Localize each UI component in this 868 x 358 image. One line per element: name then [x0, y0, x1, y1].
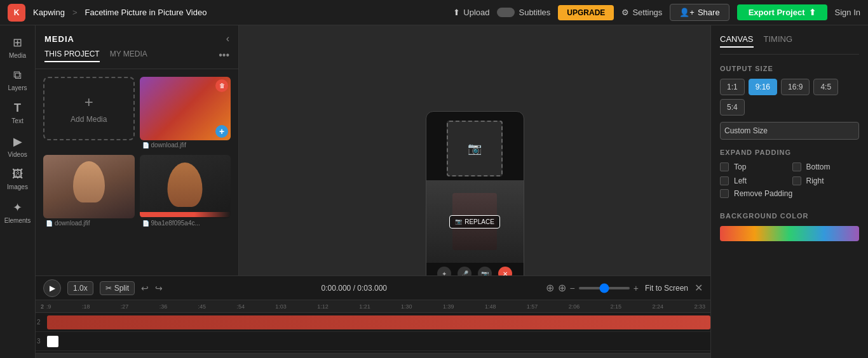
bottom-label: Bottom	[806, 162, 831, 171]
split-button[interactable]: ✂ Split	[100, 281, 135, 295]
size-1-1[interactable]: 1:1	[720, 79, 745, 95]
file-icon-1: 📄	[142, 142, 149, 149]
sidebar-item-label: Images	[7, 183, 28, 190]
add-media-card[interactable]: + Add Media	[43, 77, 135, 140]
zoom-slider[interactable]	[579, 287, 630, 289]
tab-canvas[interactable]: CANVAS	[720, 34, 754, 48]
undo-button[interactable]: ↩	[141, 283, 149, 293]
time-display: 0:00.000 / 0:03.000	[169, 284, 539, 293]
media-more-options[interactable]: •••	[219, 50, 229, 62]
media-card-label-3: 📄 9ba1e8f095a4c...	[140, 218, 231, 228]
white-clip[interactable]	[47, 336, 58, 347]
color-picker-bar[interactable]	[720, 226, 859, 241]
media-item-1: 🗑 + 📄 download.jfif	[140, 77, 231, 150]
settings-button[interactable]: ⚙ Settings	[621, 8, 662, 17]
export-icon: ⬆	[809, 8, 816, 17]
camera-replace-icon: 📷	[455, 218, 462, 225]
left-label: Left	[734, 176, 747, 185]
main-clip[interactable]	[47, 315, 710, 329]
speed-button[interactable]: 1.0x	[67, 281, 93, 295]
video-icon: ▶	[13, 135, 22, 149]
play-icon: ▶	[50, 284, 55, 293]
drag-icon: ⊕	[558, 282, 566, 294]
project-name[interactable]: Facetime Picture in Picture Video	[85, 8, 207, 17]
sidebar-item-layers[interactable]: ⧉ Layers	[0, 63, 36, 96]
zoom-controls: ⊕ ⊕ − +	[546, 282, 639, 294]
tab-my-media[interactable]: MY MEDIA	[110, 50, 147, 62]
media-item-3: 📄 9ba1e8f095a4c...	[140, 155, 231, 228]
size-16-9[interactable]: 16:9	[781, 79, 810, 95]
track-row-4: 4	[36, 351, 710, 353]
media-card-1[interactable]: 🗑 +	[140, 77, 231, 140]
sidebar-item-label: Elements	[4, 217, 31, 224]
topbar: K Kapwing > Facetime Picture in Picture …	[0, 0, 868, 25]
expand-padding-label: EXPAND PADDING	[720, 149, 859, 156]
subtitles-toggle[interactable]: Subtitles	[497, 8, 550, 17]
media-tabs: THIS PROJECT MY MEDIA •••	[36, 50, 238, 69]
share-icon: 👤+	[679, 8, 695, 17]
sidebar-item-media[interactable]: ⊞ Media	[0, 30, 36, 63]
file-icon-3: 📄	[142, 220, 149, 227]
upload-button[interactable]: ⬆ Upload	[453, 8, 489, 17]
sidebar-item-label: Media	[9, 52, 26, 59]
remove-padding-label: Remove Padding	[734, 189, 792, 198]
export-button[interactable]: Export Project ⬆	[737, 4, 827, 20]
redo-button[interactable]: ↪	[155, 283, 163, 293]
track-number-3: 3	[37, 338, 47, 345]
media-card-3[interactable]	[140, 155, 231, 218]
left-checkbox[interactable]	[720, 176, 729, 185]
fit-to-screen-button[interactable]: Fit to Screen	[645, 284, 688, 293]
size-9-16[interactable]: 9:16	[749, 79, 777, 95]
bottom-checkbox[interactable]	[792, 162, 801, 171]
padding-right-row: Right	[792, 176, 860, 185]
tab-this-project[interactable]: THIS PROJECT	[44, 50, 100, 62]
custom-size-button[interactable]: Custom Size	[720, 122, 859, 140]
padding-bottom-row: Bottom	[792, 162, 860, 171]
media-panel-close[interactable]: ‹	[226, 33, 229, 44]
padding-options-grid: Top Bottom Left Right	[720, 162, 859, 185]
play-button[interactable]: ▶	[43, 279, 61, 297]
right-checkbox[interactable]	[792, 176, 801, 185]
layers-icon: ⧉	[13, 69, 22, 82]
share-button[interactable]: 👤+ Share	[670, 4, 729, 21]
timeline-area: ▶ 1.0x ✂ Split ↩ ↪ 0:00.000 / 0:03.000 ⊕…	[36, 275, 710, 358]
remove-padding-checkbox[interactable]	[720, 189, 729, 198]
split-icon: ✂	[105, 284, 112, 293]
subtitles-switch[interactable]	[497, 8, 515, 17]
add-media-1[interactable]: +	[215, 125, 228, 138]
track-content-2[interactable]	[47, 315, 710, 329]
size-4-5[interactable]: 4:5	[813, 79, 838, 95]
tab-timing[interactable]: TIMING	[764, 34, 793, 48]
ruler-start: 2	[41, 303, 44, 310]
close-timeline-button[interactable]: ✕	[695, 282, 703, 294]
brand-name[interactable]: Kapwing	[33, 8, 65, 17]
timeline-scrollbar[interactable]	[36, 353, 710, 358]
upgrade-button[interactable]: UPGRADE	[558, 5, 614, 20]
media-item-2: 📄 download.jfif	[43, 155, 135, 228]
track-row-2: 2	[36, 313, 710, 332]
media-card-2[interactable]	[43, 155, 135, 218]
size-5-4[interactable]: 5:4	[720, 99, 745, 116]
size-buttons-group: 1:1 9:16 16:9 4:5 5:4	[720, 79, 859, 116]
track-number-2: 2	[37, 319, 47, 326]
bg-color-label: BACKGROUND COLOR	[720, 212, 859, 220]
zoom-in-button[interactable]: +	[634, 283, 639, 293]
signin-button[interactable]: Sign In	[835, 8, 860, 17]
sidebar-item-videos[interactable]: ▶ Videos	[0, 129, 36, 162]
track-row-3: 3	[36, 332, 710, 351]
file-icon-2: 📄	[46, 220, 53, 227]
top-placeholder[interactable]: 📷	[447, 121, 503, 176]
expand-padding-section: EXPAND PADDING Top Bottom Left Right	[720, 149, 859, 198]
padding-top-row: Top	[720, 162, 787, 171]
track-content-3[interactable]	[47, 335, 710, 348]
sidebar-item-text[interactable]: T Text	[0, 96, 36, 129]
replace-button[interactable]: 📷 REPLACE	[449, 215, 500, 229]
remove-padding-row: Remove Padding	[720, 189, 859, 198]
left-sidebar: ⊞ Media ⧉ Layers T Text ▶ Videos 🖼 Image…	[0, 25, 36, 358]
delete-media-1[interactable]: 🗑	[215, 79, 228, 92]
sidebar-item-images[interactable]: 🖼 Images	[0, 162, 36, 196]
total-time: 0:03.000	[357, 284, 387, 293]
sidebar-item-elements[interactable]: ✦ Elements	[0, 196, 36, 229]
top-checkbox[interactable]	[720, 162, 729, 171]
zoom-out-button[interactable]: −	[570, 283, 575, 293]
